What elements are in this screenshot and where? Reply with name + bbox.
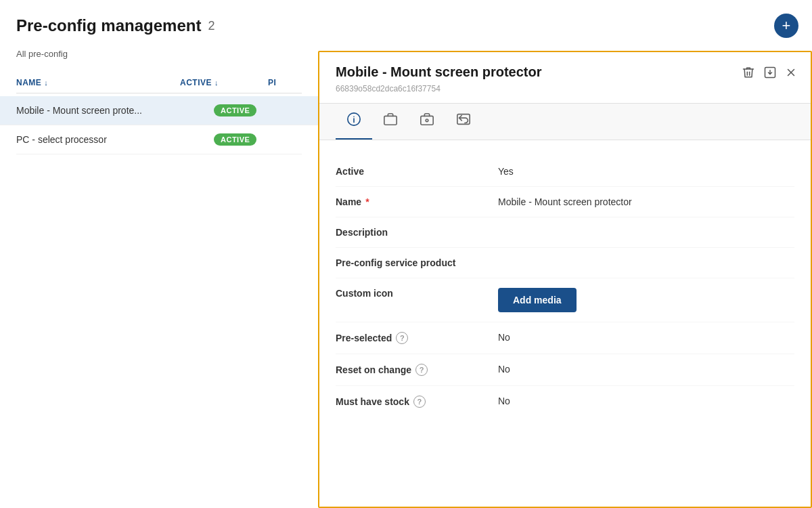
- value-reset-on-change: No: [498, 364, 794, 375]
- briefcase-icon: [383, 112, 398, 130]
- detail-row-preselected: Pre-selected ? No: [336, 322, 794, 354]
- detail-panel: Mobile - Mount screen protector: [318, 51, 812, 508]
- detail-actions: [742, 66, 797, 79]
- active-sort-icon[interactable]: ↓: [215, 79, 219, 87]
- add-button[interactable]: +: [774, 14, 798, 38]
- page-header: Pre-config management 2: [16, 16, 302, 35]
- tab-return[interactable]: [445, 104, 482, 140]
- row-name: PC - select processor: [16, 134, 214, 145]
- value-active: Yes: [498, 166, 794, 177]
- delete-button[interactable]: [742, 66, 755, 79]
- tab-info[interactable]: [336, 104, 372, 140]
- label-must-have-stock: Must have stock ?: [336, 396, 498, 408]
- info-icon: [346, 112, 361, 130]
- settings-briefcase-icon: [420, 112, 434, 130]
- must-have-stock-help-icon[interactable]: ?: [413, 396, 426, 408]
- reset-help-icon[interactable]: ?: [415, 364, 428, 376]
- value-custom-icon: Add media: [498, 288, 794, 312]
- table-row[interactable]: Mobile - Mount screen prote... ACTIVE: [0, 96, 318, 125]
- left-panel: Pre-config management 2 All pre-config N…: [0, 0, 318, 508]
- table-header: NAME ↓ ACTIVE ↓ PI: [16, 72, 302, 93]
- detail-row-description: Description: [336, 217, 794, 248]
- row-name: Mobile - Mount screen prote...: [16, 105, 214, 116]
- svg-rect-8: [421, 116, 433, 125]
- active-badge: ACTIVE: [214, 104, 256, 117]
- breadcrumb: All pre-config: [16, 49, 302, 59]
- name-sort-icon[interactable]: ↓: [44, 79, 48, 87]
- label-reset-on-change: Reset on change ?: [336, 364, 498, 376]
- detail-title-row: Mobile - Mount screen protector: [336, 64, 797, 80]
- required-marker: *: [365, 196, 369, 207]
- value-name: Mobile - Mount screen protector: [498, 196, 794, 207]
- value-preselected: No: [498, 332, 794, 343]
- page: + Pre-config management 2 All pre-config…: [0, 0, 812, 508]
- label-preconfig-service: Pre-config service product: [336, 257, 498, 268]
- detail-id: 66839o58cd2dca6c16f37754: [336, 84, 797, 93]
- active-badge: ACTIVE: [214, 133, 256, 146]
- label-custom-icon: Custom icon: [336, 288, 498, 299]
- row-active-badge: ACTIVE: [214, 104, 302, 117]
- label-preselected: Pre-selected ?: [336, 332, 498, 344]
- close-button[interactable]: [785, 66, 797, 79]
- detail-row-custom-icon: Custom icon Add media: [336, 278, 794, 322]
- label-description: Description: [336, 227, 498, 238]
- col-pi-header: PI: [268, 78, 302, 87]
- tab-settings-briefcase[interactable]: [409, 104, 445, 140]
- detail-title: Mobile - Mount screen protector: [336, 64, 541, 80]
- label-name: Name *: [336, 196, 498, 207]
- svg-point-9: [426, 119, 428, 122]
- col-active-header[interactable]: ACTIVE ↓: [180, 78, 268, 87]
- detail-body: Active Yes Name * Mobile - Mount screen …: [319, 140, 811, 507]
- detail-row-name: Name * Mobile - Mount screen protector: [336, 187, 794, 217]
- detail-row-must-have-stock: Must have stock ? No: [336, 386, 794, 417]
- add-media-button[interactable]: Add media: [498, 288, 577, 312]
- detail-row-preconfig-service: Pre-config service product: [336, 248, 794, 278]
- detail-row-active: Active Yes: [336, 156, 794, 187]
- tab-briefcase[interactable]: [372, 104, 409, 140]
- svg-rect-7: [384, 116, 397, 125]
- page-title: Pre-config management: [16, 16, 201, 35]
- preselected-help-icon[interactable]: ?: [396, 332, 408, 344]
- detail-header: Mobile - Mount screen protector: [319, 52, 811, 104]
- detail-row-reset-on-change: Reset on change ? No: [336, 354, 794, 386]
- label-active: Active: [336, 166, 498, 177]
- return-icon: [456, 112, 471, 130]
- export-button[interactable]: [763, 66, 777, 79]
- col-name-header[interactable]: NAME ↓: [16, 78, 180, 87]
- value-must-have-stock: No: [498, 396, 794, 406]
- row-active-badge: ACTIVE: [214, 133, 302, 146]
- page-count: 2: [208, 19, 215, 33]
- table-row[interactable]: PC - select processor ACTIVE: [16, 125, 302, 154]
- tab-bar: [319, 104, 811, 140]
